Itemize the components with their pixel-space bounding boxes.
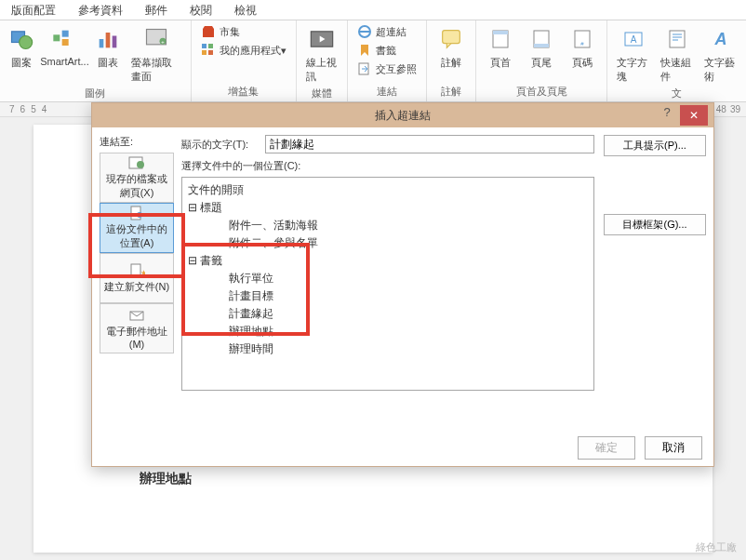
tree-bookmark-item[interactable]: 辦理時間 <box>188 340 588 358</box>
footer-icon <box>526 24 556 54</box>
tab-references[interactable]: 參考資料 <box>67 0 134 20</box>
tree-top[interactable]: 文件的開頭 <box>188 181 588 199</box>
tree-headings[interactable]: ⊟ 標題 <box>188 199 588 217</box>
svg-rect-37 <box>131 264 140 277</box>
svg-rect-11 <box>202 44 206 48</box>
display-text-input[interactable] <box>265 135 594 153</box>
group-headerfooter-label: 頁首及頁尾 <box>480 84 603 100</box>
tab-review[interactable]: 校閱 <box>179 0 223 20</box>
svg-rect-7 <box>113 36 117 48</box>
link-icon <box>357 24 372 39</box>
tab-layout[interactable]: 版面配置 <box>0 0 67 20</box>
svg-rect-5 <box>100 39 104 47</box>
tree-bookmark-item[interactable]: 辦理地點 <box>188 323 588 340</box>
link-email[interactable]: 電子郵件地址(M) <box>100 303 174 353</box>
link-new-doc[interactable]: ★ 建立新文件(N) <box>100 253 174 303</box>
svg-rect-3 <box>62 31 69 37</box>
ribbon: 圖案 SmartArt... 圖表 + 螢幕擷取畫面 圖例 市集 我的應用程式 … <box>0 20 746 102</box>
crossref-button[interactable]: 交互參照 <box>352 60 422 78</box>
hyperlink-button[interactable]: 超連結 <box>352 22 422 41</box>
watermark: 綠色工廠 <box>696 540 737 554</box>
tab-view[interactable]: 檢視 <box>223 0 268 20</box>
cancel-button[interactable]: 取消 <box>645 436 702 460</box>
ok-button[interactable]: 確定 <box>578 436 635 460</box>
select-location-label: 選擇文件中的一個位置(C): <box>181 159 594 173</box>
web-file-icon <box>128 155 145 170</box>
place-icon <box>128 206 145 220</box>
group-comments: 註解 註解 <box>427 20 476 101</box>
tree-heading-item[interactable]: 附件二、參與名單 <box>188 234 588 252</box>
wordart-icon: A <box>706 24 736 54</box>
insert-hyperlink-dialog: 插入超連結 ? ✕ 連結至: 現存的檔案或網頁(X) 這份文件中的位置(A) ★… <box>91 102 714 467</box>
shapes-icon <box>7 24 36 54</box>
svg-point-34 <box>137 161 144 168</box>
display-text-label: 顯示的文字(T): <box>181 138 265 152</box>
svg-rect-12 <box>208 44 213 48</box>
apps-icon <box>201 43 216 58</box>
group-addins: 市集 我的應用程式 ▾ 增益集 <box>192 20 297 101</box>
smartart-icon <box>49 24 79 54</box>
bookmark-button[interactable]: 書籤 <box>352 41 422 60</box>
dialog-help-button[interactable]: ? <box>656 105 678 126</box>
new-doc-icon: ★ <box>128 263 145 278</box>
pagenum-icon: # <box>567 24 597 54</box>
svg-text:+: + <box>161 39 165 45</box>
tree-heading-item[interactable]: 附件一、活動海報 <box>188 217 588 234</box>
quickparts-button[interactable]: 快速組件 <box>655 22 699 86</box>
link-existing-file[interactable]: 現存的檔案或網頁(X) <box>100 153 174 203</box>
group-headerfooter: 頁首 頁尾 #頁碼 頁首及頁尾 <box>476 20 607 101</box>
bookmark-icon <box>357 43 372 58</box>
svg-rect-6 <box>106 33 111 47</box>
shapes-button[interactable]: 圖案 <box>4 22 39 72</box>
email-icon <box>128 308 145 323</box>
comment-icon <box>436 24 466 54</box>
smartart-button[interactable]: SmartArt... <box>39 22 90 69</box>
video-icon <box>307 24 337 54</box>
dialog-close-button[interactable]: ✕ <box>680 105 708 126</box>
group-media: 線上視訊 媒體 <box>297 20 349 101</box>
svg-text:A: A <box>631 34 637 45</box>
link-to-panel: 連結至: 現存的檔案或網頁(X) 這份文件中的位置(A) ★ 建立新文件(N) … <box>100 135 174 429</box>
store-button[interactable]: 市集 <box>195 22 292 41</box>
tree-bookmark-item[interactable]: 執行單位 <box>188 270 588 287</box>
screenshot-button[interactable]: + 螢幕擷取畫面 <box>126 22 187 86</box>
comment-button[interactable]: 註解 <box>431 22 472 72</box>
myapps-button[interactable]: 我的應用程式 ▾ <box>195 41 292 60</box>
dialog-title: 插入超連結 <box>375 108 431 124</box>
tree-bookmarks[interactable]: ⊟ 書籤 <box>188 252 588 270</box>
location-tree[interactable]: 文件的開頭 ⊟ 標題 附件一、活動海報 附件二、參與名單 ⊟ 書籤 執行單位 計… <box>181 177 594 391</box>
group-addins-label: 增益集 <box>195 84 292 100</box>
dialog-title-bar[interactable]: 插入超連結 ? ✕ <box>92 103 713 127</box>
svg-rect-28 <box>670 31 685 47</box>
svg-rect-2 <box>54 34 60 41</box>
crossref-icon <box>357 61 372 76</box>
group-media-label: 媒體 <box>300 86 344 101</box>
tree-bookmark-item[interactable]: 計畫目標 <box>188 287 588 305</box>
video-button[interactable]: 線上視訊 <box>300 22 344 86</box>
screentip-button[interactable]: 工具提示(P)... <box>604 135 706 156</box>
group-text: A文字方塊 快速組件 A文字藝術 文 <box>607 20 746 101</box>
svg-text:★: ★ <box>140 269 145 277</box>
ribbon-tabs: 版面配置 參考資料 郵件 校閱 檢視 <box>0 0 746 20</box>
footer-button[interactable]: 頁尾 <box>521 22 562 72</box>
group-text-label: 文 <box>611 86 742 101</box>
tree-bookmark-item[interactable]: 計畫緣起 <box>188 305 588 323</box>
target-frame-button[interactable]: 目標框架(G)... <box>604 214 706 235</box>
svg-rect-13 <box>202 50 206 55</box>
svg-rect-19 <box>443 31 460 44</box>
svg-rect-23 <box>534 44 549 47</box>
group-illustrations: 圖案 SmartArt... 圖表 + 螢幕擷取畫面 圖例 <box>0 20 192 101</box>
chart-icon <box>93 24 123 54</box>
header-button[interactable]: 頁首 <box>480 22 521 72</box>
pagenum-button[interactable]: #頁碼 <box>562 22 603 72</box>
header-icon <box>486 24 515 54</box>
group-links-label: 連結 <box>352 84 422 100</box>
link-to-label: 連結至: <box>100 135 174 149</box>
tab-mailings[interactable]: 郵件 <box>134 0 179 20</box>
group-comments-label: 註解 <box>431 84 472 100</box>
link-place-in-doc[interactable]: 這份文件中的位置(A) <box>100 203 174 253</box>
textbox-button[interactable]: A文字方塊 <box>611 22 655 86</box>
chart-button[interactable]: 圖表 <box>90 22 126 72</box>
svg-point-36 <box>137 212 142 218</box>
wordart-button[interactable]: A文字藝術 <box>699 22 742 86</box>
